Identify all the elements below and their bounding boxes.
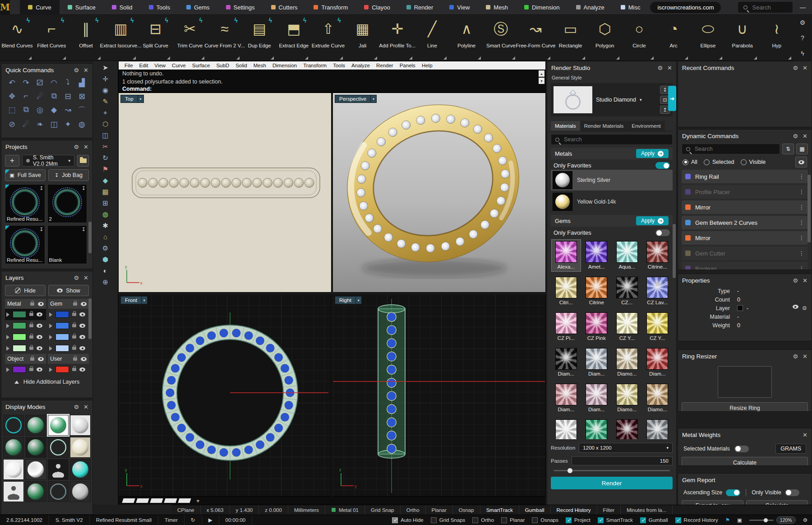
- layer-color-swatch[interactable]: [13, 322, 26, 329]
- expand-panel-arrow[interactable]: ➜: [668, 86, 676, 111]
- quick-command-icon[interactable]: ◫: [47, 120, 61, 129]
- close-icon[interactable]: ✕: [83, 404, 88, 410]
- gem-swatch[interactable]: Citri...: [552, 275, 581, 307]
- filter-radio[interactable]: Selected: [704, 159, 734, 165]
- lock-icon[interactable]: [29, 324, 33, 327]
- layer-color-swatch[interactable]: [737, 305, 743, 311]
- status-segment[interactable]: x 5.063: [201, 505, 230, 515]
- menu-item[interactable]: Solid: [104, 0, 141, 15]
- viewport-front[interactable]: Front▾ xy: [118, 294, 332, 497]
- selected-materials-toggle[interactable]: [734, 446, 749, 452]
- lock-icon[interactable]: [29, 347, 33, 350]
- layer-row[interactable]: [5, 320, 46, 331]
- lock-icon[interactable]: [29, 335, 33, 339]
- layer-color-swatch[interactable]: [55, 366, 69, 373]
- layer-row[interactable]: [48, 320, 89, 331]
- side-tool-icon[interactable]: ⊕: [102, 278, 108, 286]
- modeling-menu-item[interactable]: File: [122, 63, 135, 68]
- layout-tab[interactable]: [178, 498, 191, 503]
- render-studio-tab[interactable]: Render Materials: [580, 121, 628, 131]
- side-tool-icon[interactable]: ✎: [102, 98, 108, 106]
- layer-color-swatch[interactable]: [55, 322, 69, 329]
- status-segment[interactable]: Osnap: [453, 505, 480, 515]
- ribbon-tool-button[interactable]: ▥ ϟ Extract Isocurve...: [103, 15, 138, 61]
- ribbon-tool-button[interactable]: ⬡ Polygon: [588, 15, 622, 61]
- menu-item[interactable]: Analyze: [568, 0, 613, 15]
- job-bag-button[interactable]: ↧Job Bag: [48, 169, 89, 181]
- layer-row[interactable]: [5, 309, 46, 320]
- lock-icon[interactable]: [72, 335, 76, 339]
- menu-item[interactable]: Render: [398, 0, 442, 15]
- ribbon-tool-button[interactable]: ↝ Free-Form Curve: [518, 15, 553, 61]
- layer-color-swatch[interactable]: [13, 311, 26, 318]
- layer-row[interactable]: [48, 331, 89, 343]
- side-tool-icon[interactable]: ◆: [103, 177, 108, 185]
- gem-swatch[interactable]: Garne...: [613, 418, 641, 439]
- modeling-menu-item[interactable]: Analyze: [349, 63, 372, 68]
- side-tool-icon[interactable]: ⌖: [103, 109, 107, 117]
- expand-icon[interactable]: [49, 324, 52, 328]
- quick-command-icon[interactable]: ⊠: [75, 92, 89, 101]
- quick-command-icon[interactable]: ▟: [75, 78, 89, 88]
- scrollbar[interactable]: [807, 175, 811, 242]
- quick-command-icon[interactable]: ⬚: [5, 105, 19, 116]
- kebab-menu-icon[interactable]: ⋮: [799, 219, 804, 226]
- status-checkbox[interactable]: SmartTrack: [598, 517, 633, 523]
- ribbon-tool-button[interactable]: ∿ ϟ Blend Curves: [0, 15, 34, 61]
- layout-tab[interactable]: [164, 498, 177, 503]
- ribbon-extra-icon[interactable]: ⚙: [800, 19, 806, 26]
- eye-icon[interactable]: [37, 367, 42, 372]
- quick-command-icon[interactable]: ◎: [33, 105, 47, 116]
- menu-item[interactable]: Dimension: [516, 0, 567, 15]
- eye-icon[interactable]: [38, 302, 44, 306]
- dynamic-commands-search[interactable]: [682, 144, 780, 154]
- status-segment[interactable]: Planar: [426, 505, 453, 515]
- modeling-menu-item[interactable]: Mesh: [251, 63, 268, 68]
- eye-icon[interactable]: [37, 335, 42, 339]
- layout-tab[interactable]: [136, 498, 149, 503]
- gem-swatch[interactable]: Alexa...: [552, 240, 581, 271]
- gear-icon[interactable]: ⚙: [74, 144, 79, 150]
- display-mode-thumbnail[interactable]: [70, 481, 91, 502]
- ribbon-tool-button[interactable]: ✂ ϟ Trim Curve: [173, 15, 207, 61]
- status-segment[interactable]: Gumball: [519, 505, 551, 515]
- ribbon-tool-button[interactable]: ≈ ϟ Curve From 2 V...: [207, 15, 242, 61]
- display-mode-thumbnail[interactable]: [3, 459, 24, 480]
- eye-icon[interactable]: [37, 312, 42, 316]
- side-tool-icon[interactable]: ▦: [102, 188, 108, 196]
- quick-command-icon[interactable]: ⌒: [75, 105, 89, 116]
- gem-swatch[interactable]: Diam...: [552, 347, 581, 378]
- ribbon-tool-button[interactable]: ▭ Rectangle: [553, 15, 587, 61]
- ascending-size-toggle[interactable]: [726, 489, 740, 496]
- gem-swatch[interactable]: Diamo...: [613, 382, 641, 414]
- menu-item[interactable]: Tools: [141, 0, 178, 15]
- material-row[interactable]: Yellow Gold-14k: [551, 191, 673, 212]
- viewport-perspective[interactable]: Perspective▾: [332, 93, 546, 293]
- show-layers-button[interactable]: Show: [48, 285, 89, 296]
- eye-icon[interactable]: [81, 302, 87, 306]
- menu-item[interactable]: Surface: [60, 0, 104, 15]
- command-scrollbar[interactable]: ▲▼: [539, 70, 544, 84]
- quick-command-icon[interactable]: ✥: [5, 92, 19, 101]
- layer-color-swatch[interactable]: [13, 366, 26, 373]
- close-icon[interactable]: ✕: [83, 144, 88, 150]
- gear-icon[interactable]: ⚙: [793, 65, 798, 71]
- ribbon-tool-button[interactable]: Ⓢ Smart Curve: [484, 15, 518, 61]
- layer-color-swatch[interactable]: [55, 311, 69, 318]
- gem-swatch[interactable]: CZ Y...: [643, 311, 672, 343]
- layer-color-swatch[interactable]: [13, 334, 26, 340]
- gear-icon[interactable]: ⚙: [802, 305, 807, 311]
- kebab-menu-icon[interactable]: ⋮: [799, 189, 804, 195]
- viewport-label[interactable]: Right: [335, 296, 356, 304]
- quick-command-icon[interactable]: ⌐: [19, 92, 33, 101]
- close-icon[interactable]: ✕: [83, 67, 88, 74]
- side-tool-icon[interactable]: ⚙: [102, 244, 108, 252]
- eye-icon[interactable]: [37, 346, 42, 350]
- lock-icon[interactable]: [72, 368, 76, 371]
- modeling-menu-item[interactable]: Transform: [301, 63, 329, 68]
- eye-icon[interactable]: [38, 357, 44, 361]
- display-mode-thumbnail[interactable]: [25, 459, 46, 480]
- side-tool-icon[interactable]: ➤: [102, 64, 108, 72]
- gem-swatch[interactable]: Emerald: [582, 418, 611, 439]
- side-tool-icon[interactable]: ✛: [102, 75, 108, 83]
